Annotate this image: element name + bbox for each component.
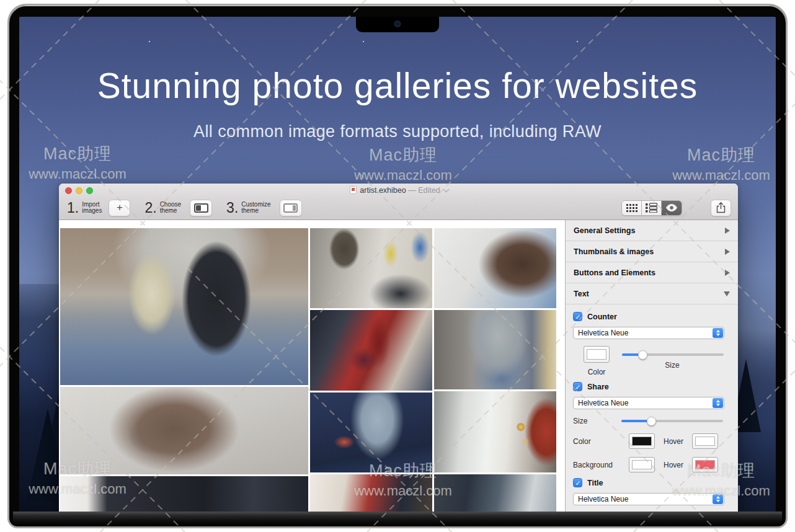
marketing-banner: Stunning photo galleries for websites Al… — [0, 0, 795, 532]
stepper-icon — [713, 494, 723, 504]
laptop-base — [13, 512, 782, 526]
document-icon — [350, 186, 357, 194]
counter-font-select[interactable]: Helvetica Neue — [573, 327, 724, 339]
share-color-row: Color Hover — [573, 433, 724, 449]
gallery-canvas[interactable] — [59, 220, 565, 512]
slider-knob[interactable] — [647, 417, 656, 426]
webcam-icon — [396, 22, 400, 26]
list-view-icon — [646, 203, 657, 213]
title-checkbox[interactable] — [573, 478, 582, 487]
chevron-down-icon — [724, 291, 730, 296]
title-font-select[interactable]: Helvetica Neue — [573, 493, 724, 505]
gallery-photo-artist-at-easel[interactable] — [310, 228, 432, 308]
share-size-slider[interactable] — [621, 420, 723, 422]
eye-preview-icon — [665, 203, 678, 212]
slider-knob[interactable] — [638, 350, 647, 360]
share-checkbox-row: Share — [573, 382, 724, 391]
hero-subheadline: All common image formats supported, incl… — [19, 122, 776, 141]
titlebar[interactable]: artist.exhibeo — Edited — [59, 184, 738, 198]
settings-sidebar: General Settings Thumbnails & images But… — [565, 220, 738, 512]
step-customize-theme: 3. Customize theme — [226, 200, 270, 216]
macbook-mockup: Stunning photo galleries for websites Al… — [7, 4, 788, 528]
theme-right-panel-icon — [283, 203, 298, 213]
text-settings-panel: Counter Helvetica Neue — [566, 304, 738, 512]
stepper-icon — [713, 398, 723, 408]
grid-view-icon — [626, 204, 637, 212]
chevron-right-icon — [725, 249, 730, 255]
share-background-row: Background Hover — [573, 457, 724, 472]
counter-size-slider[interactable] — [622, 353, 724, 356]
gallery-photo-artist-on-drop-cloth[interactable] — [310, 392, 432, 472]
exhibeo-window: artist.exhibeo — Edited 1. Import images — [59, 184, 738, 512]
gallery-photo-artist-holding-paint-jar[interactable] — [60, 228, 308, 385]
gallery-photo-paint-supplies[interactable] — [310, 474, 432, 512]
counter-color-well[interactable] — [584, 346, 610, 363]
gallery-photo-brushes-and-supplies[interactable] — [310, 310, 432, 390]
import-images-button[interactable]: + — [109, 200, 130, 216]
share-button[interactable] — [711, 200, 731, 216]
sidebar-section-text[interactable]: Text — [566, 283, 738, 304]
share-checkbox[interactable] — [573, 382, 582, 391]
gallery-photo-artist-hand-on-hip[interactable] — [434, 310, 556, 390]
gallery-photo-studio-interior[interactable] — [434, 474, 556, 512]
toolbar: 1. Import images + 2. Choo — [59, 198, 738, 220]
window-title: artist.exhibeo — Edited — [59, 186, 738, 195]
chevron-down-icon[interactable] — [443, 186, 449, 192]
share-color-hover-well[interactable] — [692, 433, 718, 449]
gallery-photo-studio-window-lights[interactable] — [434, 391, 556, 472]
counter-checkbox[interactable] — [573, 312, 582, 321]
view-mode-segmented-control — [621, 200, 682, 216]
laptop-screen: Stunning photo galleries for websites Al… — [19, 17, 776, 512]
grid-view-button[interactable] — [622, 201, 642, 215]
gallery-photo-paintbrush-closeup[interactable] — [60, 476, 308, 512]
sidebar-section-general-settings[interactable]: General Settings — [566, 220, 738, 241]
hero-headline: Stunning photo galleries for websites — [19, 65, 776, 106]
counter-checkbox-row: Counter — [573, 312, 724, 321]
theme-left-panel-icon — [194, 203, 208, 213]
sidebar-section-thumbnails-images[interactable]: Thumbnails & images — [566, 241, 738, 262]
share-background-hover-well[interactable] — [692, 457, 718, 472]
share-background-well[interactable] — [629, 457, 655, 472]
chevron-right-icon — [725, 270, 730, 276]
title-checkbox-row: Title — [573, 478, 724, 487]
display-notch — [356, 17, 439, 32]
share-icon — [716, 202, 726, 213]
share-color-well[interactable] — [629, 433, 655, 449]
eye-preview-button[interactable] — [662, 201, 682, 215]
gallery-photo-hand-with-blue-paint[interactable] — [60, 387, 308, 474]
list-view-button[interactable] — [642, 201, 662, 215]
choose-theme-button[interactable] — [190, 200, 212, 216]
customize-theme-button[interactable] — [280, 200, 302, 216]
sidebar-section-buttons-elements[interactable]: Buttons and Elements — [566, 262, 738, 283]
share-font-select[interactable]: Helvetica Neue — [573, 397, 724, 409]
plus-icon: + — [117, 202, 123, 214]
window-chrome: artist.exhibeo — Edited 1. Import images — [59, 184, 738, 220]
chevron-right-icon — [725, 228, 730, 234]
step-import: 1. Import images — [67, 200, 102, 216]
stepper-icon — [713, 328, 723, 338]
step-choose-theme: 2. Choose theme — [144, 200, 181, 216]
gallery-photo-artist-drawing-closeup[interactable] — [434, 228, 556, 308]
